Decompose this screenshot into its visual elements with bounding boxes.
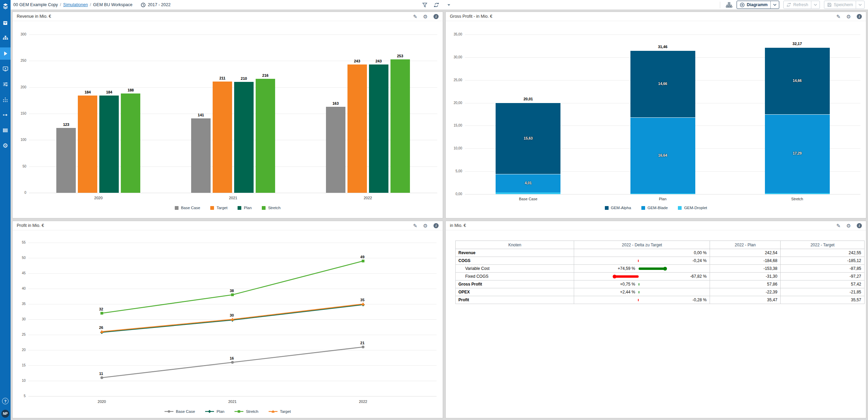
y-axis-tick: 250 bbox=[14, 59, 26, 63]
profit-line-chart: 5101520253035404550551116212630353238492… bbox=[13, 230, 443, 418]
settings-gear-icon[interactable]: ⚙ bbox=[423, 14, 428, 19]
x-axis-category: 2022 bbox=[344, 196, 392, 200]
table-row-variable-cost[interactable]: Variable Cost+74,59 %-153,38-87,85 bbox=[456, 265, 865, 273]
user-avatar[interactable]: NP bbox=[1, 410, 9, 418]
sidebar-item-assumptions[interactable] bbox=[0, 78, 11, 90]
save-button[interactable]: Speichern bbox=[824, 1, 865, 9]
sidebar-item-data-tables[interactable] bbox=[0, 124, 11, 136]
delta-bar bbox=[639, 267, 665, 270]
bar-value-label: 123 bbox=[51, 122, 82, 127]
gridline bbox=[29, 193, 437, 193]
info-icon[interactable]: i bbox=[433, 14, 439, 19]
sidebar-item-dataflows[interactable] bbox=[0, 109, 11, 121]
segment-value-label: 16,64 bbox=[630, 153, 695, 157]
legend-swatch bbox=[262, 206, 266, 210]
y-axis-tick: 25,00 bbox=[447, 78, 462, 82]
settings-gear-icon[interactable]: ⚙ bbox=[846, 223, 851, 228]
info-icon[interactable]: i bbox=[857, 223, 862, 228]
sidebar-item-archive[interactable] bbox=[0, 17, 11, 29]
gridline bbox=[465, 34, 860, 35]
table-row-revenue[interactable]: Revenue0,00 %242,54242,55 bbox=[456, 249, 865, 257]
delta-bar bbox=[639, 283, 639, 286]
legend-item-stretch[interactable]: Stretch bbox=[262, 206, 280, 210]
period-selector[interactable]: 2017 - 2022 bbox=[141, 2, 171, 8]
chevron-down-icon bbox=[814, 4, 817, 6]
target-value: 242,55 bbox=[781, 249, 865, 257]
refresh-button[interactable]: Refresh bbox=[783, 1, 820, 9]
panel-title: Gross Profit - in Mio. € bbox=[450, 14, 492, 19]
x-axis-category: Plan bbox=[639, 197, 687, 201]
sidebar-item-simulations[interactable] bbox=[0, 47, 11, 60]
row-label: Revenue bbox=[456, 249, 574, 257]
filter-icon[interactable] bbox=[422, 2, 428, 8]
breadcrumb-link-simulationen[interactable]: Simulationen bbox=[63, 2, 88, 7]
legend-item-gem-droplet[interactable]: GEM-Droplet bbox=[678, 206, 707, 210]
diagramm-button[interactable]: Diagramm bbox=[737, 1, 779, 9]
column-header[interactable]: 2022 - Plan bbox=[710, 241, 781, 249]
sidebar-item-model-hierarchy[interactable] bbox=[0, 32, 11, 44]
info-icon[interactable]: i bbox=[433, 223, 439, 228]
y-axis-tick: 150 bbox=[14, 112, 26, 116]
delta-percent: -0,24 % bbox=[693, 258, 707, 263]
sidebar-item-settings[interactable]: ⚙ bbox=[0, 140, 11, 152]
legend-item-target[interactable]: Target bbox=[210, 206, 227, 210]
dropdown-caret-icon[interactable] bbox=[447, 4, 451, 6]
delta-cell: -67,82 % bbox=[574, 273, 710, 280]
plan-value: -153,38 bbox=[710, 265, 781, 273]
legend-item-target[interactable]: Target bbox=[269, 409, 291, 414]
save-dropdown[interactable] bbox=[856, 4, 864, 6]
edit-icon[interactable]: ✎ bbox=[413, 223, 417, 228]
table-row-fixed-cogs[interactable]: Fixed COGS-67,82 %-31,30-97,27 bbox=[456, 273, 865, 280]
refresh-dropdown[interactable] bbox=[811, 4, 820, 6]
column-header[interactable]: Knoten bbox=[456, 241, 574, 249]
sidebar-item-drivers[interactable] bbox=[0, 93, 11, 106]
table-row-cogs[interactable]: COGS-0,24 %-184,68-185,12 bbox=[456, 257, 865, 265]
delta-cell: -0,24 % bbox=[574, 257, 710, 265]
column-header[interactable]: 2022 - Target bbox=[781, 241, 865, 249]
legend-label: Target bbox=[280, 409, 291, 414]
line-series-base-case: 111621 bbox=[99, 341, 364, 379]
help-button[interactable]: ? bbox=[2, 398, 9, 404]
bar-plan-2022 bbox=[369, 64, 388, 193]
legend-item-gem-blade[interactable]: GEM-Blade bbox=[641, 206, 668, 210]
target-value: -97,27 bbox=[781, 273, 865, 280]
legend-item-base-case[interactable]: Base Case bbox=[165, 409, 195, 414]
topbar-center-tools bbox=[422, 2, 451, 8]
sidebar-item-presentation[interactable] bbox=[0, 63, 11, 75]
y-axis-tick: 15 bbox=[14, 363, 26, 367]
target-value: 35,57 bbox=[781, 296, 865, 304]
settings-gear-icon[interactable]: ⚙ bbox=[423, 223, 428, 228]
column-header[interactable]: 2022 - Delta zu Target bbox=[574, 241, 710, 249]
revenue-legend: Base CaseTargetPlanStretch bbox=[13, 206, 443, 210]
table-row-profit[interactable]: Profit-0,28 %35,4735,57 bbox=[456, 296, 865, 304]
dashboard: Revenue in Mio. € ✎ ⚙ i 0501001502002503… bbox=[11, 10, 868, 420]
info-icon[interactable]: i bbox=[857, 14, 862, 19]
edit-icon[interactable]: ✎ bbox=[413, 14, 417, 19]
legend-label: Stretch bbox=[246, 409, 258, 414]
settings-gear-icon[interactable]: ⚙ bbox=[846, 14, 851, 19]
legend-item-stretch[interactable]: Stretch bbox=[234, 409, 258, 414]
gridline bbox=[465, 194, 860, 194]
row-label: Fixed COGS bbox=[456, 273, 574, 280]
breadcrumb-separator: / bbox=[90, 2, 91, 7]
edit-icon[interactable]: ✎ bbox=[836, 14, 841, 19]
delta-bar bbox=[638, 299, 639, 301]
bar-value-label: 141 bbox=[186, 113, 216, 117]
y-axis-tick: 100 bbox=[14, 138, 26, 142]
legend-item-plan[interactable]: Plan bbox=[238, 206, 252, 210]
table-row-gross-profit[interactable]: Gross Profit+0,75 %57,8657,42 bbox=[456, 280, 865, 288]
edit-icon[interactable]: ✎ bbox=[836, 223, 841, 228]
diagramm-dropdown[interactable] bbox=[771, 4, 779, 6]
table-row-opex[interactable]: OPEX+2,44 %-22,39-21,85 bbox=[456, 288, 865, 296]
sidebar: ⚙ ? NP bbox=[0, 0, 11, 420]
segment-value-label: 14,66 bbox=[765, 78, 830, 83]
sync-icon[interactable] bbox=[433, 2, 439, 8]
legend-item-gem-alpha[interactable]: GEM-Alpha bbox=[605, 206, 631, 210]
refresh-button-label: Refresh bbox=[793, 2, 808, 7]
legend-item-plan[interactable]: Plan bbox=[205, 409, 224, 414]
app-logo[interactable] bbox=[2, 2, 9, 10]
legend-item-base-case[interactable]: Base Case bbox=[175, 206, 200, 210]
hierarchy-icon[interactable] bbox=[726, 2, 732, 8]
save-button-label: Speichern bbox=[834, 2, 853, 7]
y-axis-tick: 45 bbox=[14, 271, 26, 275]
